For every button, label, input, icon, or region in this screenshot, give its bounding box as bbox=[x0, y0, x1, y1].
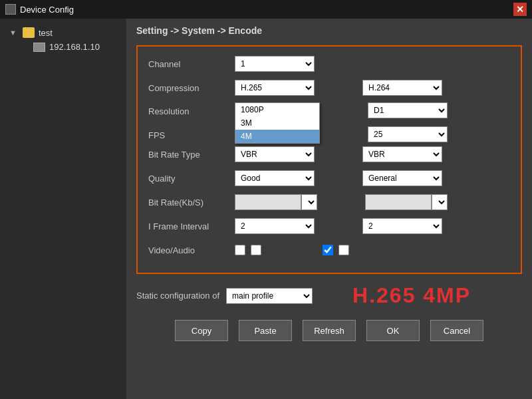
resolution-row: Resolution 4M 1080P 3M 4M bbox=[148, 102, 510, 121]
iframe-left-select[interactable]: 2 3 4 5 bbox=[235, 218, 315, 234]
bit-rate-type-label: Bit Rate Type bbox=[148, 150, 235, 160]
fps-right-select[interactable]: 25 15 10 5 bbox=[368, 126, 448, 142]
sidebar-item-test[interactable]: ▼ test bbox=[7, 25, 120, 40]
quality-left-select[interactable]: Best Better Good Normal Worst bbox=[235, 170, 315, 186]
bit-rate-label: Bit Rate(Kb/S) bbox=[148, 198, 235, 207]
bit-rate-controls: 6144 1024 bbox=[235, 194, 510, 210]
app-icon bbox=[5, 4, 16, 15]
cancel-button[interactable]: Cancel bbox=[430, 320, 483, 341]
bit-rate-row: Bit Rate(Kb/S) 6144 1024 bbox=[148, 193, 510, 211]
expand-icon: ▼ bbox=[9, 29, 19, 37]
copy-button[interactable]: Copy bbox=[175, 320, 228, 341]
audio-left-checkbox[interactable] bbox=[251, 245, 261, 255]
compression-left-select[interactable]: H.265 H.264 H.264B MJPEG bbox=[235, 80, 315, 96]
compression-right-select[interactable]: H.264 H.265 H.264B MJPEG bbox=[362, 80, 442, 96]
bit-rate-type-left-select[interactable]: VBR CBR bbox=[235, 146, 315, 162]
watermark-text: H.265 4MP bbox=[352, 283, 471, 308]
bit-rate-left-input: 6144 bbox=[235, 194, 301, 210]
title-bar: Device Config ✕ bbox=[0, 0, 532, 19]
channel-row: Channel 1 2 3 4 bbox=[148, 55, 510, 73]
quality-right-select[interactable]: General Best Better Good Normal Worst bbox=[362, 170, 442, 186]
bit-rate-type-row: Bit Rate Type VBR CBR VBR CBR bbox=[148, 145, 510, 164]
folder-icon bbox=[23, 27, 35, 38]
content-area: ▼ test 192.168.1.10 Setting -> System ->… bbox=[0, 19, 532, 399]
bit-rate-type-right-select[interactable]: VBR CBR bbox=[362, 146, 442, 162]
quality-label: Quality bbox=[148, 174, 235, 184]
ok-button[interactable]: OK bbox=[366, 320, 420, 341]
video-left-checkbox[interactable] bbox=[235, 245, 245, 255]
resolution-dropdown[interactable]: 1080P 3M 4M bbox=[235, 102, 320, 144]
main-window: Device Config ✕ ▼ test 192.168.1.10 Sett… bbox=[0, 0, 532, 399]
audio-right-checkbox[interactable] bbox=[338, 245, 349, 255]
fps-row: FPS 25 15 10 5 bbox=[148, 126, 510, 145]
encode-settings-box: Channel 1 2 3 4 Comp bbox=[136, 45, 522, 274]
fps-label: FPS bbox=[148, 126, 235, 140]
sidebar-item-label-test: test bbox=[39, 28, 53, 38]
iframe-controls: 2 3 4 5 2 3 4 5 bbox=[235, 218, 510, 234]
compression-label: Compression bbox=[148, 83, 235, 93]
sidebar: ▼ test 192.168.1.10 bbox=[0, 19, 126, 399]
iframe-label: I Frame Interval bbox=[148, 221, 235, 231]
quality-row: Quality Best Better Good Normal Worst bbox=[148, 169, 510, 188]
bit-rate-right-dropdown[interactable] bbox=[432, 194, 448, 210]
channel-controls: 1 2 3 4 bbox=[235, 56, 510, 72]
compression-row: Compression H.265 H.264 H.264B MJPEG bbox=[148, 78, 510, 97]
static-config-select[interactable]: main profile baseline profile high profi… bbox=[226, 288, 313, 304]
refresh-button[interactable]: Refresh bbox=[303, 320, 356, 341]
channel-label: Channel bbox=[148, 59, 235, 69]
sidebar-item-label-ip: 192.168.1.10 bbox=[49, 42, 100, 52]
close-button[interactable]: ✕ bbox=[513, 3, 527, 16]
res-option-3m[interactable]: 3M bbox=[235, 116, 319, 130]
iframe-row: I Frame Interval 2 3 4 5 bbox=[148, 217, 510, 235]
bit-rate-left-dropdown[interactable] bbox=[301, 194, 317, 210]
paste-button[interactable]: Paste bbox=[239, 320, 292, 341]
main-panel: Setting -> System -> Encode Channel 1 2 … bbox=[126, 19, 532, 399]
title-bar-left: Device Config bbox=[5, 4, 74, 15]
quality-controls: Best Better Good Normal Worst General Be… bbox=[235, 170, 510, 186]
resolution-controls: 4M 1080P 3M 4M D1 7 bbox=[235, 102, 510, 118]
bottom-buttons: Copy Paste Refresh OK Cancel bbox=[136, 315, 522, 341]
static-config-label: Static configuration of bbox=[136, 291, 219, 301]
res-option-4m[interactable]: 4M bbox=[235, 130, 319, 143]
video-audio-label: Video/Audio bbox=[148, 245, 235, 255]
resolution-right-select[interactable]: D1 720P 1080P bbox=[368, 102, 448, 118]
monitor-icon bbox=[33, 43, 45, 52]
res-option-1080p[interactable]: 1080P bbox=[235, 103, 319, 116]
video-audio-row: Video/Audio bbox=[148, 241, 510, 259]
sidebar-item-ip[interactable]: 192.168.1.10 bbox=[7, 40, 120, 54]
window-title: Device Config bbox=[20, 5, 74, 15]
compression-controls: H.265 H.264 H.264B MJPEG H.264 H.265 H.2… bbox=[235, 80, 510, 96]
video-audio-controls bbox=[235, 245, 510, 255]
resolution-label: Resolution bbox=[148, 102, 235, 116]
channel-select[interactable]: 1 2 3 4 bbox=[235, 56, 315, 72]
breadcrumb: Setting -> System -> Encode bbox=[136, 25, 522, 36]
iframe-right-select[interactable]: 2 3 4 5 bbox=[362, 218, 442, 234]
video-right-checkbox[interactable] bbox=[323, 245, 333, 255]
bit-rate-right-input: 1024 bbox=[365, 194, 432, 210]
static-config-row: Static configuration of main profile bas… bbox=[136, 283, 522, 308]
bit-rate-type-controls: VBR CBR VBR CBR bbox=[235, 146, 510, 162]
